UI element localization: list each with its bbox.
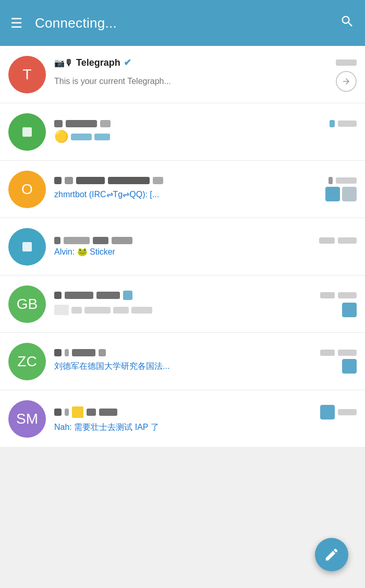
time-block-3 xyxy=(336,177,357,184)
chat-content-6: 刘德军在德国大学研究各国法... xyxy=(54,349,357,374)
avatar-3: O xyxy=(8,171,46,208)
time-block-4 xyxy=(338,237,357,244)
chat-meta-6 xyxy=(320,350,357,356)
chat-preview-3: zhmrtbot (IRC⇌Tg⇌QQ): [... xyxy=(54,189,325,199)
blurred-name-3 xyxy=(54,177,328,184)
avatar-6: ZC xyxy=(8,343,46,380)
chat-item-6[interactable]: ZC 刘德军在德国大学研究各国法... xyxy=(0,333,365,390)
chat-item-7[interactable]: SM Nah: 需要壮士去测试 IAP 了 xyxy=(0,390,365,448)
compose-fab[interactable] xyxy=(315,538,348,571)
forward-button[interactable] xyxy=(336,71,357,92)
avatar-4 xyxy=(8,228,46,266)
chat-preview-4: Alvin: 🐸 Sticker xyxy=(54,247,357,257)
chat-preview-7: Nah: 需要壮士去测试 IAP 了 xyxy=(54,422,357,433)
menu-icon[interactable]: ☰ xyxy=(10,16,22,30)
chat-item-3[interactable]: O zhmrtbot (IRC⇌Tg⇌QQ): [... xyxy=(0,161,365,218)
preview-2: 🟡 xyxy=(54,130,110,143)
time-block-5 xyxy=(338,292,357,298)
chat-item-2[interactable]: 🟡 xyxy=(0,103,365,161)
top-bar: ☰ Connecting... xyxy=(0,0,365,46)
time-block-6 xyxy=(338,350,357,356)
chat-content-telegraph: 📷🎙 Telegraph ✔ This is your current Tele… xyxy=(54,57,357,92)
blurred-name-7 xyxy=(54,406,320,418)
blurred-name-2 xyxy=(54,120,330,127)
time-block xyxy=(336,59,357,66)
avatar-7: SM xyxy=(8,400,46,438)
chat-meta-2 xyxy=(330,120,357,127)
chat-meta-7 xyxy=(320,405,357,419)
chat-meta-5 xyxy=(320,292,357,298)
verified-badge: ✔ xyxy=(124,57,131,68)
chat-list: T 📷🎙 Telegraph ✔ This is your current Te… xyxy=(0,46,365,448)
chat-content-2: 🟡 xyxy=(54,120,357,143)
time-block-7 xyxy=(338,409,357,415)
avatar-inner-2 xyxy=(22,127,32,137)
chat-meta-telegraph xyxy=(336,59,357,66)
chat-content-5 xyxy=(54,291,357,317)
blurred-name-6 xyxy=(54,349,320,356)
chat-content-7: Nah: 需要壮士去测试 IAP 了 xyxy=(54,405,357,433)
badges-3 xyxy=(325,187,357,201)
chat-preview-6: 刘德军在德国大学研究各国法... xyxy=(54,361,342,372)
channel-icon: 📷🎙 xyxy=(54,58,73,68)
search-icon[interactable] xyxy=(340,14,355,32)
avatar-inner-4 xyxy=(22,242,32,251)
chat-content-4: Alvin: 🐸 Sticker xyxy=(54,237,357,257)
avatar-telegraph: T xyxy=(8,56,46,93)
blurred-name-5 xyxy=(54,291,320,300)
chat-meta-4 xyxy=(319,237,357,244)
preview-row-5 xyxy=(54,305,342,315)
chat-item-4[interactable]: Alvin: 🐸 Sticker xyxy=(0,218,365,275)
chat-meta-3 xyxy=(328,177,357,184)
chat-name-telegraph: 📷🎙 Telegraph ✔ xyxy=(54,57,336,68)
blurred-name-4 xyxy=(54,237,319,244)
unread-icon-6 xyxy=(342,359,357,374)
chat-item-5[interactable]: GB xyxy=(0,275,365,333)
page-title: Connecting... xyxy=(35,15,340,31)
chat-preview-telegraph: This is your current Telegraph... xyxy=(54,77,332,86)
unread-icon-5 xyxy=(342,303,357,317)
chat-content-3: zhmrtbot (IRC⇌Tg⇌QQ): [... xyxy=(54,177,357,201)
chat-item-telegraph[interactable]: T 📷🎙 Telegraph ✔ This is your current Te… xyxy=(0,46,365,103)
unread-icon-7 xyxy=(320,405,335,419)
avatar-5: GB xyxy=(8,285,46,323)
time-block-2 xyxy=(338,121,357,127)
avatar-2 xyxy=(8,113,46,151)
